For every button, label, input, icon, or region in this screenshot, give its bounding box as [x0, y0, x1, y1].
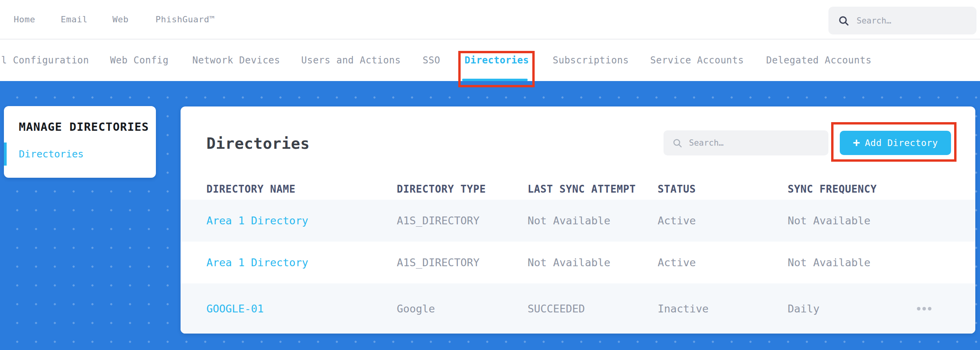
search-icon — [672, 138, 683, 148]
column-header-sync-frequency: SYNC FREQUENCY — [788, 178, 877, 200]
table-row: Area 1 Directory A1S_DIRECTORY Not Avail… — [181, 200, 975, 242]
search-icon — [838, 15, 850, 27]
column-header-last-sync: LAST SYNC ATTEMPT — [528, 178, 636, 200]
last-sync-cell: Not Available — [528, 200, 610, 242]
add-directory-button-label: Add Directory — [865, 138, 938, 148]
sync-frequency-cell: Not Available — [788, 242, 870, 283]
directories-panel: Directories + Add Directory DIRECTORY NA… — [181, 106, 975, 334]
nav-item-phishguard[interactable]: PhishGuard™ — [155, 0, 215, 39]
column-header-directory-name: DIRECTORY NAME — [206, 178, 296, 200]
global-search[interactable] — [828, 7, 976, 34]
tab-delegated-accounts[interactable]: Delegated Accounts — [766, 40, 872, 81]
nav-item-email[interactable]: Email — [61, 0, 88, 39]
directory-type-cell: Google — [397, 283, 435, 334]
row-menu-icon[interactable] — [917, 283, 931, 334]
last-sync-cell: Not Available — [528, 242, 610, 283]
tab-web-config[interactable]: Web Config — [110, 40, 169, 81]
tab-sso[interactable]: SSO — [423, 40, 440, 81]
sidebar-item-directories[interactable]: Directories — [19, 143, 84, 166]
table-row: GOOGLE-01 Google SUCCEEDED Inactive Dail… — [181, 283, 975, 334]
sync-frequency-cell: Not Available — [788, 200, 870, 242]
directory-type-cell: A1S_DIRECTORY — [397, 200, 479, 242]
tab-users-and-actions[interactable]: Users and Actions — [301, 40, 401, 81]
nav-item-web[interactable]: Web — [112, 0, 128, 39]
column-header-status: STATUS — [658, 178, 696, 200]
tab-service-accounts[interactable]: Service Accounts — [650, 40, 744, 81]
plus-icon: + — [853, 137, 860, 148]
directory-name-link[interactable]: Area 1 Directory — [206, 242, 308, 283]
tab-subscriptions[interactable]: Subscriptions — [553, 40, 629, 81]
add-directory-button[interactable]: + Add Directory — [840, 131, 951, 155]
table-row: Area 1 Directory A1S_DIRECTORY Not Avail… — [181, 242, 975, 283]
last-sync-cell: SUCCEEDED — [528, 283, 585, 334]
tab-email-configuration[interactable]: l Configuration — [1, 40, 89, 81]
directory-name-link[interactable]: Area 1 Directory — [206, 200, 308, 242]
settings-tab-bar: l Configuration Web Config Network Devic… — [0, 40, 980, 81]
sidebar-active-indicator — [4, 143, 7, 166]
sidebar-card-title: MANAGE DIRECTORIES — [19, 120, 149, 134]
page: Home Email Web PhishGuard™ l Configurati… — [0, 0, 980, 350]
primary-nav: Home Email Web PhishGuard™ — [0, 0, 980, 40]
page-title: Directories — [206, 135, 310, 152]
directory-name-link[interactable]: GOOGLE-01 — [206, 283, 264, 334]
directories-search-input[interactable] — [689, 138, 821, 148]
global-search-input[interactable] — [857, 16, 969, 25]
directory-type-cell: A1S_DIRECTORY — [397, 242, 479, 283]
manage-directories-card: MANAGE DIRECTORIES Directories — [4, 106, 156, 178]
tab-directories[interactable]: Directories — [465, 40, 529, 81]
nav-item-home[interactable]: Home — [14, 0, 35, 39]
status-cell: Inactive — [658, 283, 709, 334]
status-cell: Active — [658, 242, 696, 283]
tab-network-devices[interactable]: Network Devices — [192, 40, 280, 81]
active-tab-underline — [462, 79, 528, 81]
directories-search[interactable] — [664, 130, 828, 155]
status-cell: Active — [658, 200, 696, 242]
sync-frequency-cell: Daily — [788, 283, 819, 334]
column-header-directory-type: DIRECTORY TYPE — [397, 178, 486, 200]
